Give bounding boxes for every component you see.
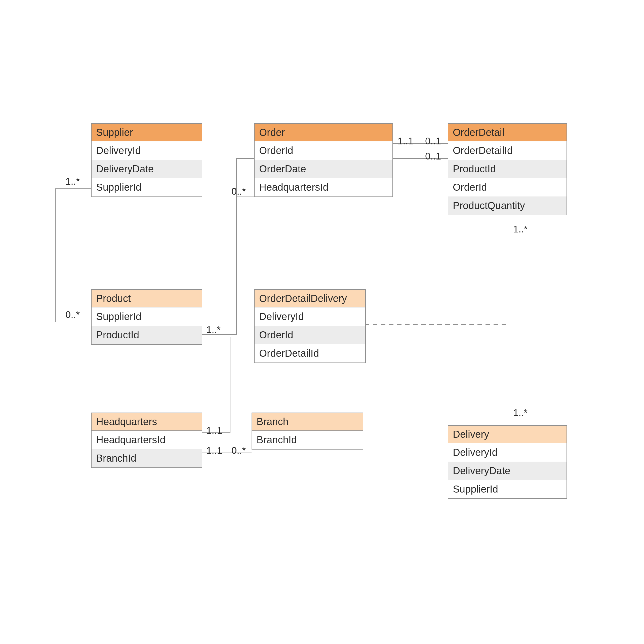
entity-order-row: OrderId (255, 141, 392, 160)
entity-orderdetaildelivery-row: DeliveryId (255, 307, 365, 326)
entity-orderdetail-row: ProductId (448, 160, 567, 178)
multiplicity-label: 1..* (65, 176, 80, 187)
entity-product: Product SupplierId ProductId (91, 289, 202, 345)
multiplicity-label: 1..1 (397, 136, 413, 147)
multiplicity-label: 1..* (513, 224, 528, 235)
entity-headquarters: Headquarters HeadquartersId BranchId (91, 413, 202, 468)
entity-product-row: SupplierId (92, 307, 202, 326)
entity-branch: Branch BranchId (252, 413, 363, 450)
entity-delivery-title: Delivery (448, 426, 567, 443)
entity-supplier-title: Supplier (92, 124, 202, 141)
entity-headquarters-row: BranchId (92, 449, 202, 467)
entity-delivery-row: DeliveryId (448, 443, 567, 462)
entity-orderdetaildelivery-row: OrderId (255, 326, 365, 344)
multiplicity-label: 1..1 (206, 445, 222, 456)
entity-supplier: Supplier DeliveryId DeliveryDate Supplie… (91, 123, 202, 197)
er-diagram-canvas: Supplier DeliveryId DeliveryDate Supplie… (0, 0, 644, 644)
entity-delivery-row: SupplierId (448, 480, 567, 498)
entity-branch-title: Branch (252, 413, 363, 431)
multiplicity-label: 0..1 (425, 151, 441, 162)
multiplicity-label: 0..* (65, 309, 80, 320)
entity-branch-row: BranchId (252, 431, 363, 449)
multiplicity-label: 1..* (206, 325, 221, 335)
entity-orderdetaildelivery-title: OrderDetailDelivery (255, 290, 365, 307)
entity-orderdetail-title: OrderDetail (448, 124, 567, 141)
entity-orderdetail-row: OrderDetailId (448, 141, 567, 160)
entity-orderdetail-row: OrderId (448, 178, 567, 196)
entity-order-row: HeadquartersId (255, 178, 392, 196)
entity-delivery: Delivery DeliveryId DeliveryDate Supplie… (448, 425, 567, 499)
multiplicity-label: 0..1 (425, 136, 441, 147)
entity-delivery-row: DeliveryDate (448, 462, 567, 480)
entity-orderdetaildelivery-row: OrderDetailId (255, 344, 365, 363)
entity-order-row: OrderDate (255, 160, 392, 178)
entity-orderdetail: OrderDetail OrderDetailId ProductId Orde… (448, 123, 567, 215)
multiplicity-label: 1..* (513, 408, 528, 418)
entity-headquarters-title: Headquarters (92, 413, 202, 431)
entity-orderdetaildelivery: OrderDetailDelivery DeliveryId OrderId O… (254, 289, 366, 363)
entity-supplier-row: DeliveryDate (92, 160, 202, 178)
entity-supplier-row: SupplierId (92, 178, 202, 196)
multiplicity-label: 0..* (231, 445, 246, 456)
entity-supplier-row: DeliveryId (92, 141, 202, 160)
multiplicity-label: 1..1 (206, 425, 222, 436)
multiplicity-label: 0..* (231, 186, 246, 197)
entity-order: Order OrderId OrderDate HeadquartersId (254, 123, 393, 197)
entity-product-row: ProductId (92, 326, 202, 344)
entity-order-title: Order (255, 124, 392, 141)
entity-headquarters-row: HeadquartersId (92, 431, 202, 449)
entity-orderdetail-row: ProductQuantity (448, 196, 567, 215)
entity-product-title: Product (92, 290, 202, 307)
